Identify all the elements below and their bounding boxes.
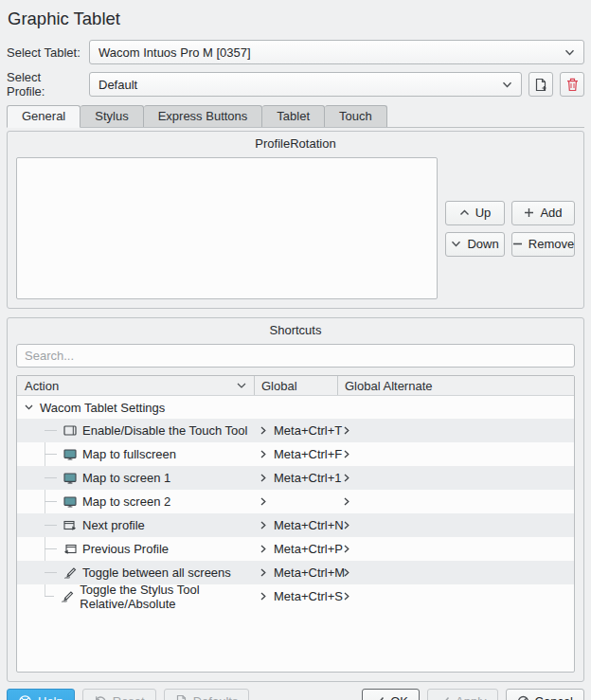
tablet-selector-label: Select Tablet: [7, 45, 82, 60]
help-button-label: Help [38, 694, 63, 700]
global-shortcut-cell[interactable]: Meta+Ctrl+N [254, 518, 337, 532]
global-alternate-cell[interactable] [337, 521, 574, 529]
ok-button[interactable]: OK [362, 689, 420, 700]
help-button[interactable]: Help [7, 689, 75, 700]
tab-express-buttons[interactable]: Express Buttons [144, 105, 263, 127]
ok-button-label: OK [390, 694, 408, 700]
new-profile-button[interactable] [528, 72, 553, 97]
global-alternate-cell[interactable] [337, 426, 574, 435]
global-shortcut-cell[interactable] [254, 497, 337, 506]
profile-previous-icon [63, 544, 77, 555]
rotation-add-label: Add [540, 206, 562, 220]
profile-next-icon [63, 520, 77, 531]
reset-button[interactable]: Reset [82, 689, 156, 700]
profile-combobox[interactable]: Default [89, 72, 522, 97]
chevron-right-icon[interactable] [260, 521, 266, 529]
chevron-right-icon[interactable] [344, 497, 349, 506]
global-shortcut-cell[interactable]: Meta+Ctrl+1 [254, 471, 337, 485]
table-row[interactable]: Map to screen 1 Meta+Ctrl+1 [17, 466, 574, 490]
document-new-icon [534, 78, 547, 92]
chevron-right-icon[interactable] [344, 521, 349, 529]
action-cell: Next profile [17, 518, 254, 532]
tree-branch [45, 548, 57, 549]
global-alternate-cell[interactable] [337, 568, 574, 577]
table-row[interactable]: Toggle between all screens Meta+Ctrl+M [17, 561, 574, 584]
tablet-combobox[interactable]: Wacom Intuos Pro M [0357] [89, 40, 584, 64]
tree-root-row[interactable]: Wacom Tablet Settings [17, 396, 574, 419]
rotation-remove-button[interactable]: Remove [511, 232, 575, 257]
chevron-right-icon[interactable] [344, 474, 349, 482]
chevron-right-icon[interactable] [344, 426, 349, 435]
tree-branch [45, 430, 57, 431]
table-row[interactable]: Next profile Meta+Ctrl+N [17, 513, 574, 537]
action-label: Toggle between all screens [82, 565, 231, 580]
column-header-action-label: Action [25, 379, 59, 393]
global-shortcut-cell[interactable]: Meta+Ctrl+T [254, 423, 337, 438]
tab-touch[interactable]: Touch [325, 105, 387, 127]
tree-branch [45, 525, 57, 526]
monitor-icon [63, 496, 77, 508]
global-alternate-cell[interactable] [337, 497, 574, 506]
column-header-action[interactable]: Action [17, 379, 254, 393]
rotation-add-button[interactable]: Add [511, 201, 575, 225]
check-icon [373, 696, 385, 700]
table-row[interactable]: Map to screen 2 [17, 490, 574, 513]
chevron-right-icon[interactable] [260, 497, 266, 506]
cancel-button[interactable]: Cancel [506, 689, 584, 700]
table-row[interactable]: Toggle the Stylus Tool Relative/Absolute… [17, 584, 574, 608]
column-header-global[interactable]: Global [254, 376, 337, 395]
stylus-icon [61, 590, 74, 602]
tab-general[interactable]: General [7, 105, 81, 128]
column-header-global-alternate[interactable]: Global Alternate [337, 376, 574, 395]
tree-root-label: Wacom Tablet Settings [40, 401, 165, 415]
global-alternate-cell[interactable] [337, 592, 574, 601]
global-alternate-cell[interactable] [337, 474, 574, 482]
global-alternate-cell[interactable] [337, 545, 574, 553]
global-shortcut-cell[interactable]: Meta+Ctrl+F [254, 447, 337, 461]
defaults-button[interactable]: Defaults [164, 689, 250, 700]
chevron-down-icon [451, 241, 461, 247]
action-label: Map to screen 2 [82, 494, 170, 509]
table-row[interactable]: Map to fullscreen Meta+Ctrl+F [17, 442, 574, 466]
action-label: Next profile [82, 518, 145, 532]
check-icon [439, 696, 450, 700]
chevron-right-icon[interactable] [260, 450, 266, 458]
tab-stylus[interactable]: Stylus [81, 105, 143, 127]
sort-chevron-down-icon [237, 383, 246, 388]
rotation-up-button[interactable]: Up [445, 201, 505, 225]
column-header-global-alternate-label: Global Alternate [345, 379, 433, 393]
cancel-icon [517, 695, 529, 700]
chevron-right-icon[interactable] [260, 568, 266, 577]
table-row[interactable]: Enable/Disable the Touch Tool Meta+Ctrl+… [17, 419, 574, 442]
chevron-down-icon[interactable] [25, 404, 33, 410]
action-cell: Map to screen 2 [17, 494, 254, 509]
tab-tablet[interactable]: Tablet [262, 105, 325, 127]
chevron-right-icon[interactable] [260, 545, 266, 553]
global-shortcut-cell[interactable]: Meta+Ctrl+S [254, 589, 337, 603]
apply-button[interactable]: Apply [427, 689, 498, 700]
global-shortcut-value: Meta+Ctrl+F [274, 447, 342, 461]
shortcuts-table: Action Global Global Alternate Wacom Tab… [16, 375, 575, 673]
chevron-right-icon[interactable] [260, 592, 266, 601]
chevron-right-icon[interactable] [344, 592, 349, 601]
chevron-right-icon[interactable] [344, 568, 349, 577]
profile-rotation-list[interactable] [16, 157, 438, 299]
global-shortcut-cell[interactable]: Meta+Ctrl+P [254, 542, 337, 556]
chevron-right-icon[interactable] [344, 450, 349, 458]
table-row[interactable]: Previous Profile Meta+Ctrl+P [17, 537, 574, 561]
delete-profile-button[interactable] [560, 72, 584, 97]
help-icon [18, 694, 32, 700]
chevron-right-icon[interactable] [344, 545, 349, 553]
global-shortcut-value: Meta+Ctrl+P [274, 542, 343, 556]
rotation-down-button[interactable]: Down [445, 232, 505, 257]
global-alternate-cell[interactable] [337, 450, 574, 458]
profile-rotation-body: Up Add Down Remove [16, 157, 575, 299]
rotation-remove-label: Remove [528, 237, 574, 251]
chevron-right-icon[interactable] [260, 426, 266, 435]
global-shortcut-value: Meta+Ctrl+T [274, 423, 342, 438]
shortcuts-search-input[interactable] [16, 344, 575, 368]
tree-branch [45, 596, 54, 597]
chevron-right-icon[interactable] [260, 474, 266, 482]
global-shortcut-cell[interactable]: Meta+Ctrl+M [254, 565, 337, 580]
action-label: Map to fullscreen [82, 447, 176, 461]
